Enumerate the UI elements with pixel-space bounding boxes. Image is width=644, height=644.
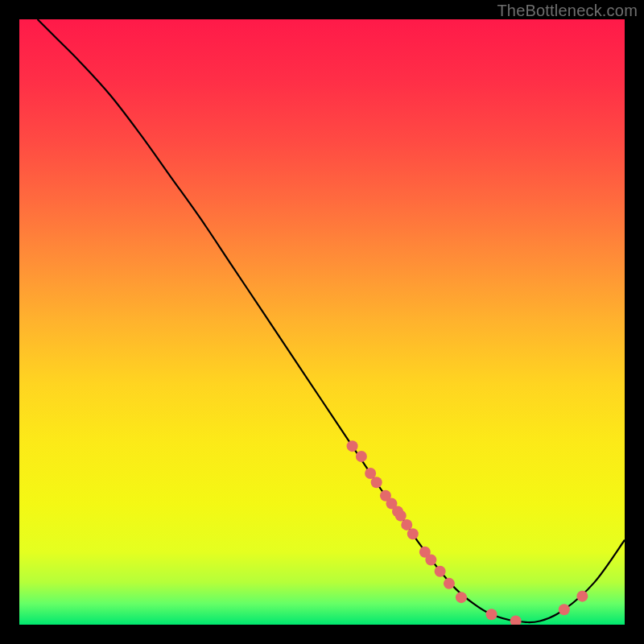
chart-svg — [19, 19, 625, 625]
data-point — [435, 566, 446, 577]
data-point — [371, 477, 382, 488]
watermark-text: TheBottleneck.com — [497, 2, 638, 20]
data-point — [356, 451, 367, 462]
data-point — [576, 591, 588, 602]
data-point — [444, 578, 455, 589]
chart-frame — [19, 19, 625, 625]
data-point — [425, 555, 436, 566]
data-point — [456, 592, 467, 603]
data-point — [559, 604, 570, 615]
data-point — [347, 440, 358, 452]
data-point — [407, 528, 419, 539]
gradient-background — [19, 19, 625, 625]
data-point — [486, 609, 497, 620]
